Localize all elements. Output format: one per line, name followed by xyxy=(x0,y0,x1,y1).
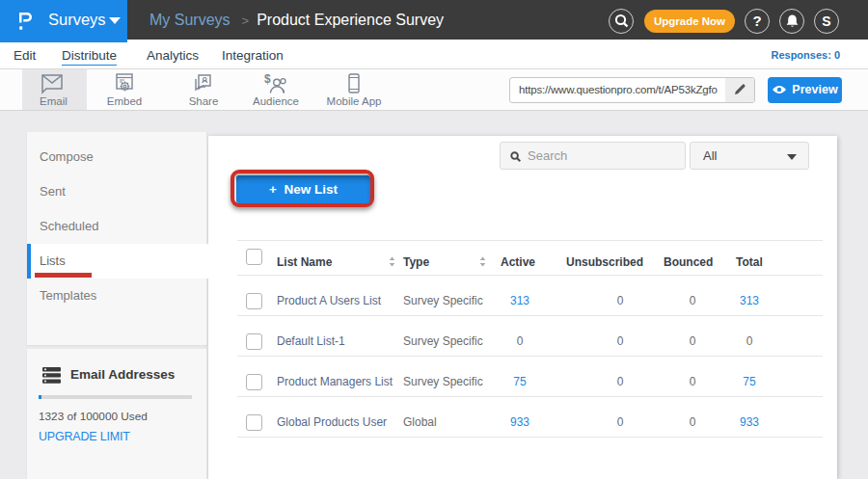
svg-text:$: $ xyxy=(264,73,271,86)
